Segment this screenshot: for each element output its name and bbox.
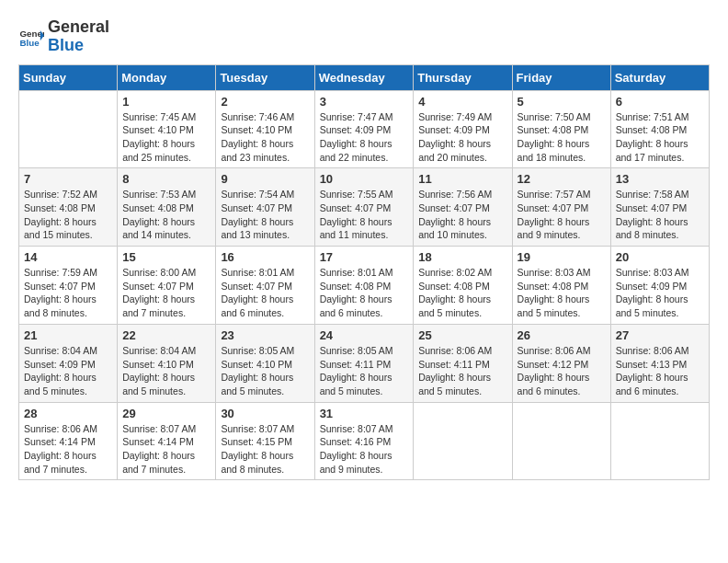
header-day-saturday: Saturday bbox=[610, 64, 709, 90]
calendar-cell: 17Sunrise: 8:01 AMSunset: 4:08 PMDayligh… bbox=[314, 247, 414, 325]
calendar-cell: 15Sunrise: 8:00 AMSunset: 4:07 PMDayligh… bbox=[118, 247, 216, 325]
day-number: 19 bbox=[518, 250, 606, 264]
day-number: 25 bbox=[418, 328, 506, 342]
day-number: 11 bbox=[418, 172, 506, 186]
day-info: Sunrise: 7:50 AMSunset: 4:08 PMDaylight:… bbox=[518, 110, 606, 165]
day-info: Sunrise: 7:55 AMSunset: 4:07 PMDaylight:… bbox=[320, 188, 409, 242]
day-info: Sunrise: 8:03 AMSunset: 4:09 PMDaylight:… bbox=[616, 266, 704, 320]
calendar-cell: 18Sunrise: 8:02 AMSunset: 4:08 PMDayligh… bbox=[414, 247, 512, 325]
day-number: 10 bbox=[320, 172, 409, 186]
calendar-cell: 13Sunrise: 7:58 AMSunset: 4:07 PMDayligh… bbox=[610, 168, 709, 247]
day-info: Sunrise: 7:56 AMSunset: 4:07 PMDaylight:… bbox=[418, 188, 506, 242]
svg-text:Blue: Blue bbox=[19, 38, 40, 48]
calendar-cell: 23Sunrise: 8:05 AMSunset: 4:10 PMDayligh… bbox=[216, 324, 314, 402]
day-info: Sunrise: 7:52 AMSunset: 4:08 PMDaylight:… bbox=[24, 188, 112, 242]
calendar-cell: 24Sunrise: 8:05 AMSunset: 4:11 PMDayligh… bbox=[314, 324, 414, 402]
calendar-header: SundayMondayTuesdayWednesdayThursdayFrid… bbox=[19, 64, 710, 90]
day-info: Sunrise: 8:07 AMSunset: 4:16 PMDaylight:… bbox=[320, 422, 409, 477]
calendar-cell: 26Sunrise: 8:06 AMSunset: 4:12 PMDayligh… bbox=[512, 324, 610, 402]
day-info: Sunrise: 7:45 AMSunset: 4:10 PMDaylight:… bbox=[122, 110, 210, 165]
day-number: 27 bbox=[616, 328, 704, 342]
day-info: Sunrise: 7:58 AMSunset: 4:07 PMDaylight:… bbox=[616, 188, 704, 242]
day-number: 26 bbox=[518, 328, 606, 342]
week-row-0: 1Sunrise: 7:45 AMSunset: 4:10 PMDaylight… bbox=[19, 90, 710, 168]
calendar-cell: 4Sunrise: 7:49 AMSunset: 4:09 PMDaylight… bbox=[414, 90, 512, 168]
day-info: Sunrise: 8:06 AMSunset: 4:14 PMDaylight:… bbox=[24, 422, 112, 477]
logo-icon: General Blue bbox=[18, 24, 44, 50]
day-info: Sunrise: 7:53 AMSunset: 4:08 PMDaylight:… bbox=[122, 188, 210, 242]
calendar-cell: 28Sunrise: 8:06 AMSunset: 4:14 PMDayligh… bbox=[19, 402, 118, 480]
calendar-cell: 25Sunrise: 8:06 AMSunset: 4:11 PMDayligh… bbox=[414, 324, 512, 402]
calendar-cell: 30Sunrise: 8:07 AMSunset: 4:15 PMDayligh… bbox=[216, 402, 314, 480]
day-info: Sunrise: 8:05 AMSunset: 4:11 PMDaylight:… bbox=[320, 344, 409, 398]
calendar-cell: 1Sunrise: 7:45 AMSunset: 4:10 PMDaylight… bbox=[118, 90, 216, 168]
day-number: 18 bbox=[418, 250, 506, 264]
header-day-friday: Friday bbox=[512, 64, 610, 90]
calendar-cell: 22Sunrise: 8:04 AMSunset: 4:10 PMDayligh… bbox=[118, 324, 216, 402]
calendar-cell: 19Sunrise: 8:03 AMSunset: 4:08 PMDayligh… bbox=[512, 247, 610, 325]
calendar-cell: 16Sunrise: 8:01 AMSunset: 4:07 PMDayligh… bbox=[216, 247, 314, 325]
day-info: Sunrise: 8:07 AMSunset: 4:15 PMDaylight:… bbox=[221, 422, 309, 477]
calendar-cell: 29Sunrise: 8:07 AMSunset: 4:14 PMDayligh… bbox=[118, 402, 216, 480]
calendar-cell: 11Sunrise: 7:56 AMSunset: 4:07 PMDayligh… bbox=[414, 168, 512, 247]
logo: General Blue General Blue bbox=[18, 18, 109, 55]
calendar-cell: 8Sunrise: 7:53 AMSunset: 4:08 PMDaylight… bbox=[118, 168, 216, 247]
week-row-3: 21Sunrise: 8:04 AMSunset: 4:09 PMDayligh… bbox=[19, 324, 710, 402]
day-info: Sunrise: 8:06 AMSunset: 4:13 PMDaylight:… bbox=[616, 344, 704, 398]
calendar-cell: 9Sunrise: 7:54 AMSunset: 4:07 PMDaylight… bbox=[216, 168, 314, 247]
day-info: Sunrise: 7:47 AMSunset: 4:09 PMDaylight:… bbox=[320, 110, 409, 165]
day-number: 15 bbox=[122, 250, 210, 264]
day-number: 7 bbox=[24, 172, 112, 186]
calendar-cell: 20Sunrise: 8:03 AMSunset: 4:09 PMDayligh… bbox=[610, 247, 709, 325]
day-info: Sunrise: 8:00 AMSunset: 4:07 PMDaylight:… bbox=[122, 266, 210, 320]
day-number: 14 bbox=[24, 250, 112, 264]
day-info: Sunrise: 7:57 AMSunset: 4:07 PMDaylight:… bbox=[518, 188, 606, 242]
day-info: Sunrise: 8:06 AMSunset: 4:12 PMDaylight:… bbox=[518, 344, 606, 398]
day-info: Sunrise: 8:01 AMSunset: 4:07 PMDaylight:… bbox=[221, 266, 309, 320]
logo-text: General Blue bbox=[48, 18, 109, 55]
header-row: SundayMondayTuesdayWednesdayThursdayFrid… bbox=[19, 64, 710, 90]
day-number: 23 bbox=[221, 328, 309, 342]
day-number: 5 bbox=[518, 95, 606, 109]
header-day-monday: Monday bbox=[118, 64, 216, 90]
week-row-2: 14Sunrise: 7:59 AMSunset: 4:07 PMDayligh… bbox=[19, 247, 710, 325]
day-number: 29 bbox=[122, 407, 210, 420]
calendar-cell: 3Sunrise: 7:47 AMSunset: 4:09 PMDaylight… bbox=[314, 90, 414, 168]
calendar-cell bbox=[19, 90, 118, 168]
day-info: Sunrise: 8:05 AMSunset: 4:10 PMDaylight:… bbox=[221, 344, 309, 398]
header-day-wednesday: Wednesday bbox=[314, 64, 414, 90]
week-row-1: 7Sunrise: 7:52 AMSunset: 4:08 PMDaylight… bbox=[19, 168, 710, 247]
day-info: Sunrise: 8:02 AMSunset: 4:08 PMDaylight:… bbox=[418, 266, 506, 320]
calendar-cell: 10Sunrise: 7:55 AMSunset: 4:07 PMDayligh… bbox=[314, 168, 414, 247]
day-info: Sunrise: 8:01 AMSunset: 4:08 PMDaylight:… bbox=[320, 266, 409, 320]
day-info: Sunrise: 7:59 AMSunset: 4:07 PMDaylight:… bbox=[24, 266, 112, 320]
day-number: 8 bbox=[122, 172, 210, 186]
calendar-cell: 6Sunrise: 7:51 AMSunset: 4:08 PMDaylight… bbox=[610, 90, 709, 168]
day-number: 17 bbox=[320, 250, 409, 264]
header-day-thursday: Thursday bbox=[414, 64, 512, 90]
day-info: Sunrise: 8:04 AMSunset: 4:09 PMDaylight:… bbox=[24, 344, 112, 398]
day-number: 31 bbox=[320, 407, 409, 420]
day-number: 13 bbox=[616, 172, 704, 186]
day-info: Sunrise: 7:51 AMSunset: 4:08 PMDaylight:… bbox=[616, 110, 704, 165]
calendar-cell bbox=[414, 402, 512, 480]
day-number: 28 bbox=[24, 407, 112, 420]
week-row-4: 28Sunrise: 8:06 AMSunset: 4:14 PMDayligh… bbox=[19, 402, 710, 480]
calendar-cell: 5Sunrise: 7:50 AMSunset: 4:08 PMDaylight… bbox=[512, 90, 610, 168]
day-number: 12 bbox=[518, 172, 606, 186]
day-number: 3 bbox=[320, 95, 409, 109]
calendar-cell: 31Sunrise: 8:07 AMSunset: 4:16 PMDayligh… bbox=[314, 402, 414, 480]
day-number: 2 bbox=[221, 95, 309, 109]
header-day-sunday: Sunday bbox=[19, 64, 118, 90]
day-number: 6 bbox=[616, 95, 704, 109]
day-info: Sunrise: 8:06 AMSunset: 4:11 PMDaylight:… bbox=[418, 344, 506, 398]
calendar-cell: 2Sunrise: 7:46 AMSunset: 4:10 PMDaylight… bbox=[216, 90, 314, 168]
header-day-tuesday: Tuesday bbox=[216, 64, 314, 90]
calendar-cell: 21Sunrise: 8:04 AMSunset: 4:09 PMDayligh… bbox=[19, 324, 118, 402]
calendar-cell bbox=[610, 402, 709, 480]
calendar-cell: 7Sunrise: 7:52 AMSunset: 4:08 PMDaylight… bbox=[19, 168, 118, 247]
calendar-cell bbox=[512, 402, 610, 480]
day-number: 16 bbox=[221, 250, 309, 264]
calendar-cell: 27Sunrise: 8:06 AMSunset: 4:13 PMDayligh… bbox=[610, 324, 709, 402]
calendar-body: 1Sunrise: 7:45 AMSunset: 4:10 PMDaylight… bbox=[19, 90, 710, 480]
